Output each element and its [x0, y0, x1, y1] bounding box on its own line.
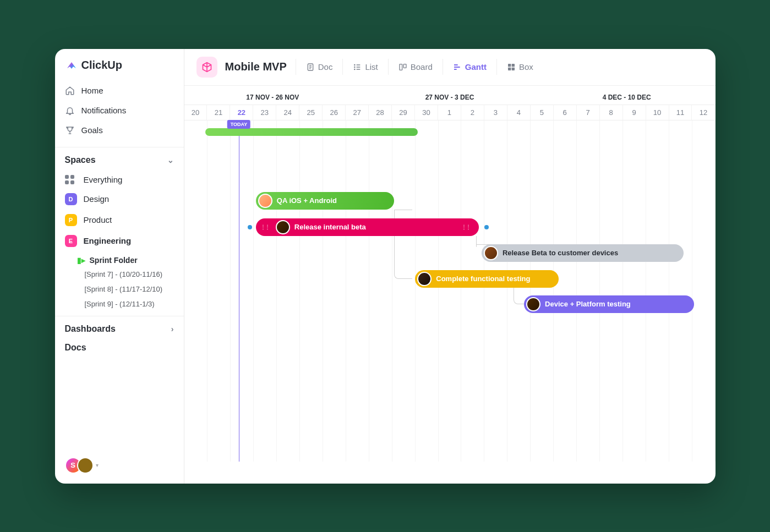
day-cell: 27: [346, 105, 369, 120]
gantt-grid[interactable]: QA iOS + Android ⋮⋮ Release internal bet…: [184, 120, 716, 462]
project-title: Mobile MVP: [225, 61, 287, 73]
list-icon: [353, 63, 362, 72]
tab-label: Doc: [318, 62, 333, 72]
today-line: [239, 120, 240, 462]
nav-notifications[interactable]: Notifications: [55, 101, 184, 120]
sprint-item[interactable]: [Sprint 8] - (11/17-12/10): [55, 282, 184, 297]
bell-icon: [65, 106, 75, 116]
gantt-bar-sprint[interactable]: [205, 128, 418, 136]
dependency-dot[interactable]: [484, 225, 489, 229]
folder-sprint-icon: ▮▸: [77, 256, 85, 265]
drag-handle-icon[interactable]: ⋮⋮: [461, 224, 470, 230]
week-label: 17 NOV - 26 NOV: [184, 86, 362, 105]
space-label: Everything: [84, 175, 123, 184]
tab-box[interactable]: Box: [496, 59, 543, 75]
dependency-dot[interactable]: [248, 225, 252, 229]
space-badge: E: [65, 235, 77, 247]
tab-list[interactable]: List: [342, 59, 387, 75]
view-tabs: Doc List Board Gantt Box: [296, 59, 543, 75]
trophy-icon: [65, 125, 75, 135]
day-cell-today: 22: [230, 105, 253, 120]
day-cell: 6: [554, 105, 577, 120]
gantt-timeline: 17 NOV - 26 NOV 27 NOV - 3 DEC 4 DEC - 1…: [184, 86, 716, 484]
project-badge[interactable]: [196, 57, 217, 78]
space-everything[interactable]: Everything: [55, 171, 184, 189]
day-cell: 21: [207, 105, 230, 120]
space-engineering[interactable]: E Engineering: [55, 231, 184, 251]
day-cell: 1: [438, 105, 461, 120]
avatar-icon: [417, 272, 432, 286]
spaces-title: Spaces: [65, 155, 96, 165]
week-label: 27 NOV - 3 DEC: [361, 86, 538, 105]
nav-label: Goals: [81, 125, 103, 135]
svg-rect-5: [403, 64, 406, 68]
day-cell: 28: [369, 105, 392, 120]
chevron-right-icon: ›: [171, 325, 174, 333]
day-cell: 7: [577, 105, 600, 120]
bar-label: Complete functional testing: [436, 275, 530, 283]
tab-label: Box: [519, 62, 533, 72]
docs-header[interactable]: Docs: [55, 339, 184, 358]
bar-label: QA iOS + Android: [277, 196, 337, 205]
gantt-bar-release-beta[interactable]: Release Beta to customer devices: [482, 244, 684, 262]
sprint-item[interactable]: [Sprint 9] - (12/11-1/3): [55, 297, 184, 311]
topbar: Mobile MVP Doc List Board Gantt Box: [184, 49, 716, 86]
section-label: Dashboards: [65, 324, 116, 334]
user-section[interactable]: S ▾: [55, 457, 184, 474]
dependency-connector: [476, 236, 477, 247]
svg-point-1: [354, 64, 355, 65]
nav-section: Home Notifications Goals: [55, 79, 184, 142]
chevron-down-icon: ⌄: [167, 156, 174, 164]
main-content: Mobile MVP Doc List Board Gantt Box 17 N…: [184, 49, 716, 484]
sprint-item[interactable]: [Sprint 7] - (10/20-11/16): [55, 267, 184, 282]
day-cell: 2: [461, 105, 484, 120]
day-cell: 3: [484, 105, 507, 120]
tab-board[interactable]: Board: [388, 59, 443, 75]
tab-doc[interactable]: Doc: [296, 59, 343, 75]
day-cell: 9: [623, 105, 646, 120]
box-icon: [507, 63, 516, 72]
sprint-folder[interactable]: ▮▸ Sprint Folder: [55, 251, 184, 267]
doc-icon: [306, 63, 315, 72]
gantt-bar-qa[interactable]: QA iOS + Android: [256, 192, 394, 210]
nav-goals[interactable]: Goals: [55, 120, 184, 140]
day-cell: 24: [276, 105, 299, 120]
space-design[interactable]: D Design: [55, 189, 184, 210]
avatar-icon: [526, 297, 540, 311]
user-avatar: [77, 457, 94, 474]
tab-gantt[interactable]: Gantt: [443, 59, 496, 75]
sprint-folder-label: Sprint Folder: [90, 256, 138, 265]
nav-label: Home: [81, 86, 103, 95]
day-cell: 5: [531, 105, 554, 120]
section-label: Docs: [65, 343, 86, 353]
tab-label: Gantt: [465, 62, 487, 72]
app-window: ClickUp Home Notifications Goals Spaces …: [55, 49, 716, 484]
day-cell: 8: [600, 105, 623, 120]
dashboards-header[interactable]: Dashboards ›: [55, 316, 184, 339]
bar-label: Release Beta to customer devices: [503, 249, 618, 257]
day-cell: 20: [184, 105, 207, 120]
space-label: Product: [84, 215, 112, 224]
nav-home[interactable]: Home: [55, 81, 184, 101]
gantt-bar-functional[interactable]: Complete functional testing: [415, 270, 559, 288]
spaces-header[interactable]: Spaces ⌄: [55, 147, 184, 171]
drag-handle-icon[interactable]: ⋮⋮: [260, 224, 269, 230]
avatar-icon: [484, 246, 498, 260]
tab-label: List: [365, 62, 378, 72]
board-icon: [398, 63, 407, 72]
gantt-bar-device[interactable]: Device + Platform testing: [524, 295, 694, 313]
space-badge: D: [65, 193, 77, 205]
week-label: 4 DEC - 10 DEC: [538, 86, 716, 105]
space-product[interactable]: P Product: [55, 210, 184, 231]
day-cell: 12: [692, 105, 715, 120]
avatar-icon: [276, 220, 290, 234]
svg-rect-4: [400, 64, 402, 70]
caret-down-icon: ▾: [96, 462, 99, 468]
bar-label: Device + Platform testing: [545, 300, 631, 308]
grid-icon: [65, 175, 77, 184]
home-icon: [65, 86, 75, 96]
gantt-bar-release-internal[interactable]: ⋮⋮ Release internal beta ⋮⋮: [256, 218, 479, 236]
day-cell: 26: [323, 105, 346, 120]
logo[interactable]: ClickUp: [55, 59, 184, 79]
svg-point-2: [354, 67, 355, 67]
